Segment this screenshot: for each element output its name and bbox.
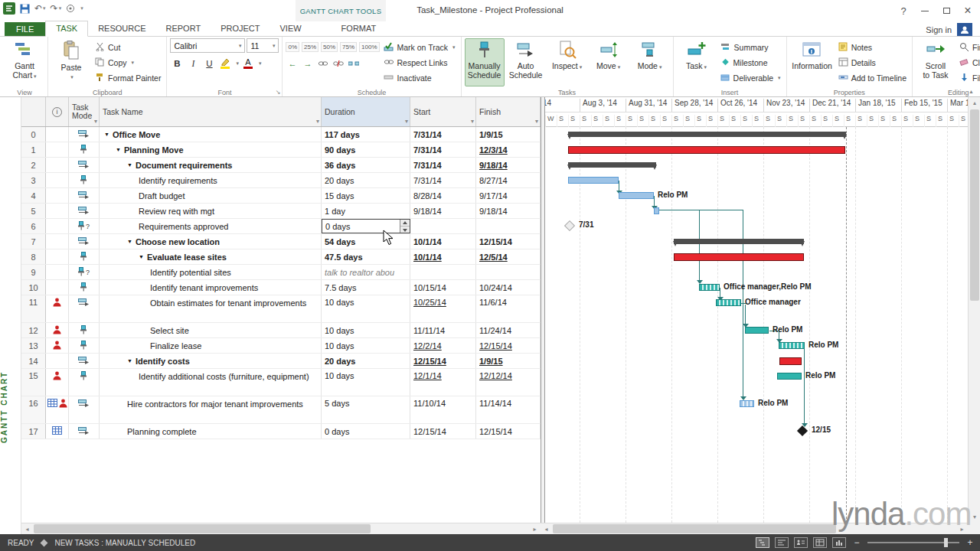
save-icon[interactable] (20, 4, 30, 14)
row-number[interactable]: 3 (21, 173, 46, 187)
scroll-up-icon[interactable]: ▴ (969, 97, 980, 109)
row-number[interactable]: 16 (21, 396, 46, 423)
finish-cell[interactable]: 12/5/14 (476, 249, 541, 264)
row-number[interactable]: 6 (21, 219, 46, 233)
task-name-cell[interactable]: Draft budget (100, 188, 322, 203)
row-number[interactable]: 7 (21, 234, 46, 249)
zoom-slider-thumb[interactable] (944, 538, 948, 547)
table-row[interactable]: 9?Identify potential sitestalk to realto… (21, 265, 541, 280)
filter-icon[interactable]: ▾ (94, 118, 97, 125)
mark-on-track-button[interactable]: Mark on Track▾ (381, 40, 458, 55)
notes-button[interactable]: Notes (836, 40, 909, 55)
task-name-cell[interactable]: ▼Identify costs (100, 354, 322, 368)
table-row[interactable]: 17Planning complete0 days12/15/1412/15/1… (21, 424, 541, 439)
row-number[interactable]: 15 (21, 369, 46, 396)
start-cell[interactable]: 12/15/14 (410, 354, 476, 368)
scroll-left-icon[interactable]: ◂ (541, 523, 552, 535)
outline-collapse-icon[interactable]: ▼ (127, 162, 132, 168)
task-mode-cell[interactable]: ? (69, 265, 100, 279)
row-number[interactable]: 10 (21, 280, 46, 295)
table-row[interactable]: 0▼Office Move117 days7/31/141/9/15 (21, 127, 541, 142)
font-size-select[interactable]: 11▾ (247, 38, 279, 53)
app-icon[interactable] (3, 2, 15, 15)
font-dialog-launcher[interactable]: ↘ (276, 89, 281, 96)
start-cell[interactable]: 10/25/14 (410, 295, 476, 322)
gantt-bar-teal[interactable] (745, 327, 769, 334)
gantt-bar-taskh[interactable] (740, 400, 754, 407)
duration-cell[interactable]: 10 days (322, 295, 410, 322)
tab-format[interactable]: FORMAT (332, 21, 387, 36)
tab-file[interactable]: FILE (5, 22, 45, 36)
duration-cell[interactable]: 36 days (322, 158, 410, 172)
finish-cell[interactable] (476, 219, 541, 233)
duration-cell[interactable]: 20 days (322, 354, 410, 368)
tab-task[interactable]: TASK (45, 21, 88, 37)
start-cell[interactable]: 11/11/14 (410, 323, 476, 337)
row-number[interactable]: 9 (21, 265, 46, 279)
gantt-view-shortcut[interactable] (756, 537, 769, 548)
table-row[interactable]: 7▼Choose new location54 days10/1/1412/15… (21, 234, 541, 249)
task-mode-cell[interactable] (69, 369, 100, 396)
finish-cell[interactable]: 12/15/14 (476, 424, 541, 439)
outdent-task-button[interactable]: ← (286, 57, 299, 70)
unlink-tasks-button[interactable] (332, 57, 345, 70)
inactivate-button[interactable]: Inactivate (381, 70, 458, 86)
task-name-cell[interactable]: Identify additional costs (furniture, eq… (100, 369, 322, 396)
gantt-bar-tealh[interactable] (699, 284, 720, 291)
task-name-cell[interactable]: Obtain estimates for tenant improvements (100, 295, 322, 322)
task-mode-cell[interactable] (69, 354, 100, 368)
duration-cell[interactable]: 0 days (322, 424, 410, 439)
duration-cell[interactable]: 1 day (322, 204, 410, 218)
font-color-dropdown[interactable]: ▾ (259, 60, 262, 67)
tab-view[interactable]: VIEW (270, 21, 311, 36)
row-number[interactable]: 17 (21, 424, 46, 439)
scrollbar-thumb[interactable] (970, 109, 979, 301)
details-button[interactable]: Details (836, 55, 909, 70)
task-mode-cell[interactable] (69, 142, 100, 157)
start-cell[interactable]: 11/10/14 (410, 396, 476, 423)
maximize-button[interactable] (936, 2, 957, 19)
move-button[interactable]: Move▾ (589, 38, 629, 86)
duration-cell[interactable]: 90 days (322, 142, 410, 157)
finish-cell[interactable]: 8/27/14 (476, 173, 541, 187)
zoom-slider[interactable] (867, 542, 959, 543)
add-to-timeline-button[interactable]: Add to Timeline (836, 70, 909, 86)
gantt-chart-pane[interactable]: 6, '14Aug 3, '14Aug 31, '14Sep 28, '14Oc… (541, 97, 968, 523)
task-name-column-header[interactable]: Task Name▾ (100, 97, 322, 126)
task-name-cell[interactable]: ▼Office Move (100, 127, 322, 142)
link-tasks-button[interactable] (316, 57, 329, 70)
minimize-button[interactable] (914, 2, 936, 19)
inspect-button[interactable]: Inspect▾ (547, 38, 587, 86)
row-number[interactable]: 0 (21, 127, 46, 142)
task-mode-cell[interactable] (69, 338, 100, 353)
gantt-bar-red[interactable] (779, 357, 802, 365)
task-mode-cell[interactable] (69, 280, 100, 295)
row-number[interactable]: 13 (21, 338, 46, 353)
zoom-out-button[interactable]: − (851, 537, 862, 548)
scroll-to-task-button[interactable]: Scrollto Task (916, 38, 956, 86)
gantt-bar-ghost[interactable] (564, 220, 575, 231)
team-planner-view-shortcut[interactable] (794, 537, 808, 548)
paste-button[interactable]: Paste▾ (51, 38, 91, 86)
background-color-button[interactable] (218, 58, 232, 69)
insert-summary-button[interactable]: Summary (718, 40, 783, 55)
table-row[interactable]: 5Review req with mgt1 day9/18/149/18/14 (21, 204, 541, 219)
indent-task-button[interactable]: → (301, 57, 314, 70)
duration-cell[interactable]: 20 days (322, 173, 410, 187)
account-avatar[interactable] (957, 23, 972, 36)
finish-cell[interactable] (476, 265, 541, 279)
filter-icon[interactable]: ▾ (316, 118, 319, 125)
duration-column-header[interactable]: Duration▾ (322, 97, 410, 126)
finish-cell[interactable]: 11/24/14 (476, 323, 541, 337)
table-row[interactable]: 14▼Identify costs20 days12/15/141/9/15 (21, 354, 541, 369)
row-number[interactable]: 14 (21, 354, 46, 368)
task-name-cell[interactable]: ▼Document requirements (100, 158, 322, 172)
table-row[interactable]: 2▼Document requirements36 days7/31/149/1… (21, 158, 541, 173)
task-mode-cell[interactable] (69, 424, 100, 439)
finish-cell[interactable]: 11/14/14 (476, 396, 541, 423)
customize-qat-button[interactable]: ▾ (80, 5, 83, 11)
font-family-select[interactable]: Calibri▾ (170, 38, 245, 53)
zoom-in-button[interactable]: + (965, 537, 975, 548)
tab-project[interactable]: PROJECT (211, 21, 270, 36)
start-cell[interactable]: 10/1/14 (410, 249, 476, 264)
